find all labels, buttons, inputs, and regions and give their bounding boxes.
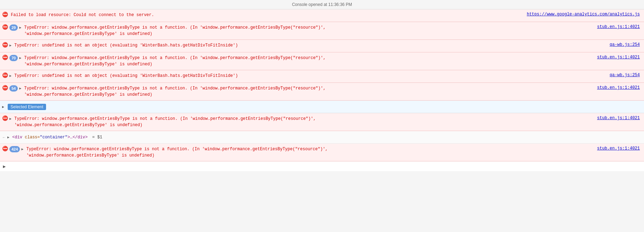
error-icon: ⛔	[2, 73, 8, 78]
log-message: Failed to load resource: Could not conne…	[11, 9, 524, 22]
log-source[interactable]: qa-wb.js:254	[607, 40, 644, 52]
selected-element-row: ▶ Selected Element	[0, 101, 644, 113]
log-source[interactable]: stub.en.js:1:4021	[594, 22, 644, 39]
dollar-sign: = $1	[92, 135, 102, 140]
log-row: ⛔ Failed to load resource: Could not con…	[0, 9, 644, 22]
log-source[interactable]: stub.en.js:1:4021	[594, 113, 644, 131]
log-row: ⛔ ▶ TypeError: undefined is not an objec…	[0, 40, 644, 52]
console-body: ⛔ Failed to load resource: Could not con…	[0, 9, 644, 171]
error-icon: ⛔	[2, 146, 8, 151]
element-row: ← ▶ <div class="container">…</div> = $1	[0, 131, 644, 144]
log-message: TypeError: window.performance.getEntries…	[26, 144, 594, 161]
log-row: ⛔ 424 ▶ TypeError: window.performance.ge…	[0, 144, 644, 161]
element-content: <div class="container">…</div> = $1	[12, 132, 644, 142]
log-row: ⛔ 29 ▶ TypeError: window.performance.get…	[0, 22, 644, 40]
error-icon: ⛔	[2, 12, 8, 17]
count-badge: 54	[9, 85, 18, 92]
log-source[interactable]: stub.en.js:1:4021	[594, 52, 644, 70]
log-row: ⛔ ▶ TypeError: window.performance.getEnt…	[0, 113, 644, 131]
log-source[interactable]: stub.en.js:1:4021	[594, 83, 644, 100]
log-row: ⛔ ▶ TypeError: undefined is not an objec…	[0, 70, 644, 83]
error-icon: ⛔	[2, 85, 8, 90]
expand-arrow-icon[interactable]: ▶	[9, 42, 12, 49]
console-header: Console opened at 11:36:36 PM	[0, 0, 644, 9]
expand-arrow-icon[interactable]: ▶	[9, 116, 12, 122]
log-source-link[interactable]: https://www.google-analytics.com/analyti…	[524, 9, 644, 22]
log-message: TypeError: window.performance.getEntries…	[24, 22, 594, 39]
row-icons: ⛔ 54 ▶	[0, 83, 24, 100]
row-icons: ⛔ ▶	[0, 113, 14, 131]
row-icons: ⛔ 29 ▶	[0, 22, 24, 39]
count-badge: 70	[9, 55, 18, 61]
error-icon: ⛔	[2, 24, 8, 29]
row-icons: ⛔ 424 ▶	[0, 144, 26, 161]
row-icons: ← ▶	[0, 132, 12, 143]
expand-arrow-icon[interactable]: ▶	[19, 55, 21, 61]
error-icon: ⛔	[2, 55, 8, 60]
log-message: TypeError: undefined is not an object (e…	[14, 40, 607, 52]
expand-arrow-icon[interactable]: ▶	[2, 104, 4, 110]
log-row: ⛔ 54 ▶ TypeError: window.performance.get…	[0, 83, 644, 101]
expand-arrow-icon[interactable]: ▶	[21, 146, 23, 152]
row-icons: ⛔ ▶	[0, 40, 14, 52]
expand-arrow-icon[interactable]: ▶	[19, 85, 21, 92]
expand-arrow-icon[interactable]: ▶	[19, 24, 21, 31]
selected-element-badge: Selected Element	[8, 104, 46, 110]
back-arrow-icon[interactable]: ←	[2, 135, 6, 139]
count-badge: 424	[9, 146, 20, 152]
log-message: TypeError: window.performance.getEntries…	[24, 52, 594, 70]
log-source[interactable]: qa-wb.js:254	[607, 70, 644, 82]
error-icon: ⛔	[2, 42, 8, 47]
error-icon: ⛔	[2, 116, 8, 121]
log-message: TypeError: window.performance.getEntries…	[14, 113, 594, 131]
log-message: TypeError: undefined is not an object (e…	[14, 70, 607, 82]
bottom-caret-icon[interactable]: ►	[2, 164, 7, 169]
expand-arrow-icon[interactable]: ▶	[9, 73, 12, 79]
bottom-caret-row: ►	[0, 161, 644, 171]
row-icons: ⛔ ▶	[0, 70, 14, 82]
log-row: ⛔ 70 ▶ TypeError: window.performance.get…	[0, 52, 644, 70]
count-badge: 29	[9, 24, 18, 31]
row-icons: ⛔	[0, 9, 11, 22]
log-message: TypeError: window.performance.getEntries…	[24, 83, 594, 100]
row-icons: ▶	[0, 101, 8, 113]
row-icons: ⛔ 70 ▶	[0, 52, 24, 70]
expand-arrow-icon[interactable]: ▶	[7, 134, 9, 140]
log-source[interactable]: stub.en.js:1:4021	[594, 144, 644, 161]
